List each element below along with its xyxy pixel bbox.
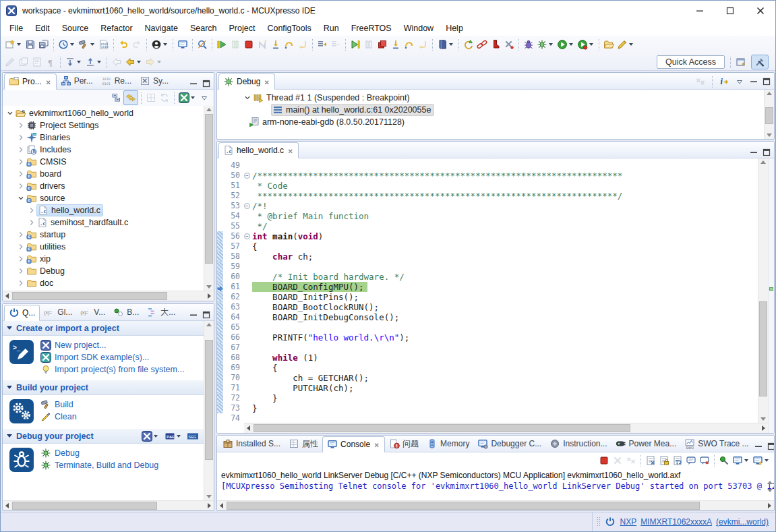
word-wrap-button[interactable] [671, 453, 684, 468]
tab-close-icon[interactable] [287, 147, 294, 154]
vendor-link[interactable]: NXP [620, 517, 636, 527]
tree-row-xip[interactable]: Cxip [3, 253, 214, 265]
section-collapse-arrow-icon[interactable] [7, 386, 12, 389]
fold-column[interactable] [243, 403, 252, 413]
scroll-left-arrow[interactable] [5, 503, 9, 508]
fold-column[interactable] [243, 343, 252, 353]
step-over-button[interactable] [282, 37, 296, 52]
code-line-64[interactable]: 64 BOARD_InitDebugConsole(); [217, 312, 758, 322]
debug-row-arm-none-eabi-gd[interactable]: arm-none-eabi-gdb (8.0.50.20171128) [217, 116, 774, 128]
quickstart-tab-gl[interactable]: (x)=Gl... [40, 304, 76, 320]
dropdown-caret[interactable] [90, 43, 94, 46]
scroll-up-arrow[interactable] [767, 92, 772, 95]
fold-column[interactable] [243, 322, 252, 332]
tree-item-cmsis[interactable]: CCMSIS [26, 156, 69, 167]
power-icon[interactable] [605, 516, 616, 527]
instruction-mode-button[interactable] [329, 37, 342, 52]
tree-item-utilities[interactable]: Cutilities [26, 241, 67, 252]
tree-row-semihost-hardfault-c[interactable]: .csemihost_hardfault.c [3, 216, 214, 229]
tree-row-debug[interactable]: Debug [3, 265, 214, 277]
dropdown-caret[interactable] [137, 61, 141, 63]
open-perspective-button[interactable] [734, 55, 748, 69]
display-console-button[interactable] [731, 453, 751, 468]
code-line-66[interactable]: 66 PRINTF("hello world.\r\n"); [217, 332, 758, 343]
code-line-68[interactable]: 68 while (1) [217, 353, 758, 363]
menu-navigate[interactable]: Navigate [139, 22, 184, 35]
tree-row-hello-world-c[interactable]: .chello_world.c [3, 204, 214, 216]
new-wizard-button[interactable] [3, 37, 24, 52]
menu-edit[interactable]: Edit [29, 22, 56, 35]
debug-item[interactable]: arm-none-eabi-gdb (8.0.50.20171128) [248, 117, 407, 127]
tree-row-doc[interactable]: doc [3, 277, 214, 289]
code-line-74[interactable]: 74 [217, 413, 758, 423]
debug-item[interactable]: main() at hello_world.c:61 0x2020055e [271, 104, 434, 116]
minimize-button[interactable] [684, 1, 715, 21]
tree-item-debug[interactable]: Debug [26, 266, 67, 276]
project-link[interactable]: (evkmi...world) [716, 517, 769, 527]
fold-column[interactable] [243, 181, 252, 191]
remove-terminated-button[interactable] [694, 74, 707, 89]
link-terminate-build-and-debug[interactable]: Terminate, Build and Debug [40, 460, 158, 471]
disconnect-button[interactable] [256, 37, 269, 52]
fold-column[interactable] [243, 241, 252, 252]
console-tab-installed-s[interactable]: Installed S... [218, 436, 285, 452]
i-arrow-button[interactable]: i [717, 74, 731, 89]
quickstart-tab-item[interactable]: 大... [143, 304, 179, 320]
console-tab-swo-trace[interactable]: SWOSWO Trace ... [680, 436, 752, 452]
chevron-right-icon[interactable] [16, 144, 26, 155]
scrollbar-thumb[interactable] [205, 114, 213, 264]
tab-debug[interactable]: Debug [218, 73, 275, 90]
dropdown-caret[interactable] [77, 61, 81, 63]
tree-item-includes[interactable]: hIncludes [26, 144, 73, 155]
viewmenu-button[interactable] [198, 90, 211, 105]
console-scroll-down[interactable] [767, 489, 773, 492]
maximize-button[interactable] [715, 1, 745, 21]
console-tab-instruction[interactable]: Instruction... [545, 436, 611, 452]
link-editor-button[interactable] [123, 90, 138, 105]
tree-item-drivers[interactable]: Cdrivers [26, 181, 67, 191]
tree-item-binaries[interactable]: Binaries [26, 132, 72, 143]
fold-column[interactable] [243, 272, 252, 282]
step-return2-button[interactable] [416, 37, 429, 52]
scroll-right-arrow[interactable] [762, 425, 765, 431]
terminal-button[interactable] [176, 37, 189, 52]
fold-column[interactable] [243, 282, 252, 292]
menu-file[interactable]: File [3, 22, 29, 35]
quickstart-tab-q[interactable]: Q... [4, 305, 40, 321]
fold-column[interactable] [243, 221, 252, 231]
prev-annotation-button[interactable] [84, 55, 104, 69]
dropdown-caret[interactable] [589, 43, 593, 46]
forward-button[interactable] [144, 55, 164, 69]
fold-column[interactable] [243, 363, 252, 373]
erase-flash-button[interactable] [502, 37, 516, 52]
pause-alt-button[interactable] [362, 37, 376, 52]
console-tab-debugger-c[interactable]: Debugger C... [473, 436, 545, 452]
chevron-right-icon[interactable] [16, 156, 26, 167]
scrollbar-thumb[interactable] [765, 107, 773, 125]
step-over2-button[interactable] [402, 37, 416, 52]
explorer-tab-sy[interactable]: Sy... [136, 73, 173, 89]
dropdown-caret[interactable] [97, 61, 101, 63]
fold-column[interactable] [243, 373, 252, 383]
fold-column[interactable] [243, 312, 252, 322]
project-tree-hscrollbar[interactable] [3, 291, 214, 301]
viewmenu-button[interactable] [733, 74, 746, 89]
code-editor[interactable]: 4950−/**********************************… [217, 158, 774, 433]
scroll-down-arrow[interactable] [760, 417, 766, 421]
tab-close-icon[interactable] [44, 78, 52, 86]
segger-button[interactable]: SEG [186, 429, 200, 444]
overview-ruler[interactable] [768, 158, 774, 433]
terminate-button[interactable] [242, 37, 256, 52]
console-hscrollbar[interactable] [217, 500, 774, 510]
fold-column[interactable] [243, 262, 252, 272]
scroll-down-arrow[interactable] [206, 285, 212, 289]
chevron-right-icon[interactable] [27, 217, 36, 228]
dropdown-caret[interactable] [177, 435, 181, 438]
develop-perspective-button[interactable] [751, 55, 769, 69]
scroll-up-arrow[interactable] [206, 108, 212, 111]
dropdown-caret[interactable] [163, 43, 167, 46]
tree-row-startup[interactable]: Cstartup [3, 229, 214, 241]
scroll-lock-button[interactable] [657, 453, 671, 468]
tree-row-utilities[interactable]: Cutilities [3, 241, 214, 253]
profile-button[interactable] [576, 37, 596, 52]
